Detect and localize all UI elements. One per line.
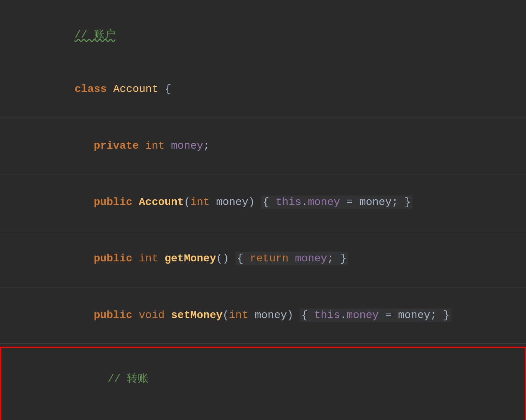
paren3: () [216, 253, 229, 264]
kw-return1: return [250, 253, 295, 264]
kw-int-3: int [139, 253, 164, 264]
kw-int-1: int [145, 140, 171, 152]
line-setter: public void setMoney(int money) { this.m… [0, 288, 526, 343]
block-setter: { this.money = money; } [300, 308, 451, 322]
sep5 [0, 343, 526, 344]
class-account: Account [113, 83, 158, 95]
kw-pub3: public [94, 309, 139, 321]
line-text-2: class Account { [19, 64, 526, 115]
kw-int-4: int [229, 309, 255, 321]
field-money2: money [308, 196, 340, 208]
kw-pub1: public [94, 196, 139, 208]
line-comment-transfer: // 转账 [1, 352, 525, 406]
param-money2: money [255, 309, 287, 321]
brace4: { [301, 309, 314, 321]
kw-this1: this [276, 196, 301, 208]
brace2: { [263, 196, 276, 208]
space1 [255, 196, 261, 208]
line-text-6: public void setMoney(int money) { this.m… [19, 290, 526, 341]
semi1: ; [203, 140, 210, 152]
method-getmoney: getMoney [164, 253, 216, 264]
field-money: money [171, 140, 203, 152]
sep4 [0, 287, 526, 287]
kw-class: class [74, 83, 113, 95]
kw-void1: void [139, 309, 171, 321]
code-content: // 账户 class Account { private int money;… [0, 0, 526, 420]
line-text-7: // 转账 [20, 353, 525, 405]
paren1: ( [184, 196, 191, 208]
op2: = [379, 309, 398, 321]
line-text-1: // 账户 [19, 9, 526, 61]
space2 [229, 253, 235, 264]
method-setmoney: setMoney [171, 309, 222, 321]
code-editor: // 账户 class Account { private int money;… [0, 0, 526, 420]
line-text-8: public void transfer(Account target, int… [20, 408, 525, 420]
field-money4: money [347, 309, 379, 321]
comment-transfer: // 转账 [108, 373, 148, 385]
var-money2: money [398, 309, 430, 321]
block-getter: { return money; } [235, 252, 348, 265]
sym-brace1: { [158, 83, 171, 95]
line-class-decl: class Account { [0, 62, 526, 116]
paren2: ) [248, 196, 255, 208]
kw-this2: this [314, 309, 340, 321]
kw-int-2: int [190, 196, 216, 208]
semi3: ; } [327, 253, 346, 264]
line-text-3: private int money; [19, 120, 526, 172]
line-constructor: public Account(int money) { this.money =… [0, 175, 526, 230]
brace3: { [237, 253, 250, 264]
kw-private: private [94, 140, 145, 152]
sep1 [0, 118, 526, 118]
comment-accounts: // 账户 [74, 29, 115, 41]
highlighted-transfer-section: // 转账 public void transfer(Account targe… [0, 347, 526, 420]
line-getter: public int getMoney() { return money; } [0, 232, 526, 286]
paren4: ( [222, 309, 229, 321]
space3 [293, 309, 300, 321]
semi4: ; } [430, 309, 449, 321]
line-comment-accounts: // 账户 [0, 8, 526, 62]
field-money3: money [295, 253, 327, 264]
line-private-field: private int money; [0, 119, 526, 173]
dot1: . [301, 196, 308, 208]
block-constructor: { this.money = money; } [261, 195, 413, 209]
var-money1: money [359, 196, 391, 208]
line-text-4: public Account(int money) { this.money =… [19, 177, 526, 228]
sep2 [0, 174, 526, 174]
line-text-5: public int getMoney() { return money; } [19, 233, 526, 285]
param-money1: money [216, 196, 248, 208]
semi2: ; } [391, 196, 411, 208]
paren5: ) [287, 309, 294, 321]
dot2: . [340, 309, 347, 321]
kw-pub2: public [94, 253, 139, 264]
sep3 [0, 231, 526, 231]
constructor-name: Account [139, 196, 184, 208]
line-transfer-sig: public void transfer(Account target, int… [1, 407, 525, 420]
op1: = [340, 196, 359, 208]
